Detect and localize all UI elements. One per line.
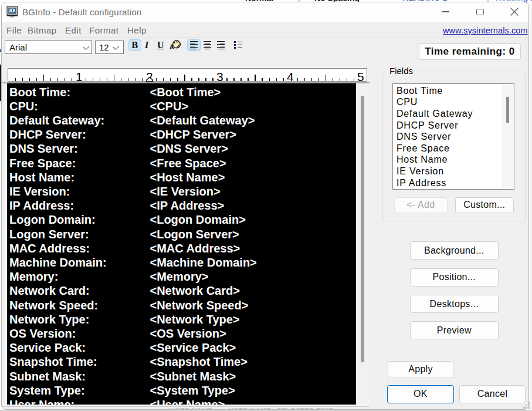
svg-text:A: A <box>170 43 174 50</box>
